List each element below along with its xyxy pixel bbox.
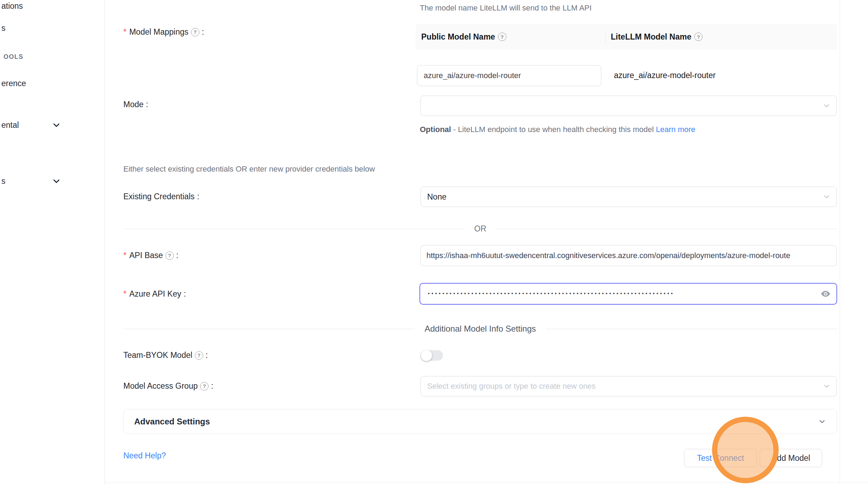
api-base-input[interactable]: https://ishaa-mh6uutut-swedencentral.cog… [421,245,837,266]
sidebar-item-label: s [1,23,6,33]
column-header-public-model-name: Public Model Name ? [416,32,605,42]
sidebar-item-label: ations [1,1,23,11]
sidebar-item-expandable[interactable]: ental [1,119,19,131]
column-separator [605,30,606,43]
toggle-knob [421,350,432,361]
help-icon[interactable]: ? [195,351,203,360]
api-base-label: * API Base ? : [123,251,178,260]
required-asterisk: * [123,251,127,260]
required-asterisk: * [123,289,127,299]
chevron-down-icon [823,193,830,200]
litellm-model-name-helper: The model name LiteLLM will send to the … [420,4,592,13]
panel-right-border [840,0,840,483]
chevron-down-icon [823,383,830,390]
help-icon[interactable]: ? [498,33,506,41]
additional-info-divider: Additional Model Info Settings [123,324,837,334]
masked-api-key: ••••••••••••••••••••••••••••••••••••••••… [428,290,675,296]
test-connect-button[interactable]: Test Connect [684,449,757,467]
help-icon[interactable]: ? [191,28,199,36]
model-access-group-label: Model Access Group ? : [123,381,213,391]
sidebar-item[interactable]: s [1,22,6,34]
mode-helper-text: Optional - LiteLLM endpoint to use when … [420,123,706,137]
required-asterisk: * [123,27,127,37]
sidebar-item-label: erence [1,79,26,88]
help-icon[interactable]: ? [200,382,209,390]
chevron-down-icon[interactable] [52,176,61,186]
chevron-down-icon [818,417,826,426]
learn-more-link[interactable]: Learn more [656,125,696,134]
chevron-down-icon [823,102,830,109]
sidebar-item[interactable]: ations [1,0,23,12]
column-header-litellm-model-name: LiteLLM Model Name ? [605,32,703,42]
need-help-link[interactable]: Need Help? [123,451,166,460]
advanced-settings-panel[interactable]: Advanced Settings [123,409,837,434]
azure-api-key-input[interactable]: ••••••••••••••••••••••••••••••••••••••••… [419,283,837,305]
credentials-note: Either select existing credentials OR en… [123,165,375,174]
existing-credentials-label: Existing Credentials : [123,192,199,201]
advanced-settings-title: Advanced Settings [134,417,818,427]
help-icon[interactable]: ? [165,251,174,260]
model-mappings-label: * Model Mappings ? : [123,27,204,37]
table-row: azure_ai/azure-model-router azure_ai/azu… [416,50,837,102]
sidebar-item-label: ental [1,120,19,130]
sidebar-item[interactable]: erence [1,77,26,89]
chevron-down-icon[interactable] [52,120,61,130]
azure-api-key-label: * Azure API Key : [123,289,186,299]
panel-bottom-border [104,483,868,483]
sidebar-item-label: s [1,176,6,186]
model-access-group-select[interactable]: Select existing groups or type to create… [421,376,837,396]
model-mappings-table: Public Model Name ? LiteLLM Model Name ?… [416,24,837,102]
team-byok-label: Team-BYOK Model ? : [123,351,208,360]
select-placeholder: Select existing groups or type to create… [427,382,596,391]
model-mappings-table-header: Public Model Name ? LiteLLM Model Name ? [416,24,837,50]
sidebar-divider [104,0,105,485]
existing-credentials-select[interactable]: None [421,187,837,207]
add-model-form-screen: ations s OOLS erence ental s The model n… [0,0,868,485]
add-model-button[interactable]: Add Model [760,449,822,467]
sidebar-item-expandable[interactable]: s [1,175,6,187]
help-icon[interactable]: ? [694,33,703,41]
or-divider: OR [123,224,837,234]
eye-icon[interactable] [820,289,831,299]
sidebar-section-label: OOLS [4,53,23,61]
mode-label: Mode : [123,100,148,109]
litellm-model-name-value: azure_ai/azure-model-router [614,71,716,80]
mode-select[interactable] [421,96,837,116]
team-byok-toggle[interactable] [421,350,443,361]
public-model-name-input[interactable]: azure_ai/azure-model-router [417,65,601,86]
